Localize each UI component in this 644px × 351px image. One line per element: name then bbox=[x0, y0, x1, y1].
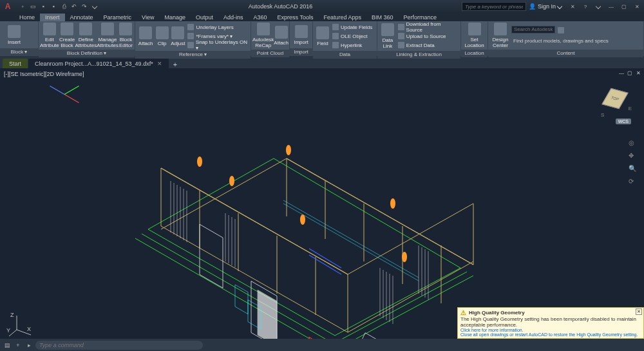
tab-a360[interactable]: A360 bbox=[249, 14, 272, 21]
qat-redo-icon[interactable]: ↷ bbox=[80, 2, 89, 11]
signin-button[interactable]: 👤 Sign In bbox=[526, 3, 564, 10]
field-icon bbox=[316, 26, 329, 39]
qat-more-icon[interactable] bbox=[90, 2, 99, 11]
field-button[interactable]: Field bbox=[314, 23, 331, 50]
seek-description: Find product models, drawings and specs bbox=[511, 36, 611, 46]
viewcube-face[interactable]: TOP bbox=[601, 88, 629, 109]
warning-panel: ✕ ⚠High Quality Geometry The High Qualit… bbox=[457, 307, 644, 339]
warning-link-restore[interactable]: Close all open drawings or restart AutoC… bbox=[460, 332, 641, 337]
edit-attribute-button[interactable]: Edit Attribute bbox=[40, 23, 59, 48]
attach-icon bbox=[139, 26, 152, 39]
panel-data-title: Data bbox=[313, 51, 377, 59]
qat-undo-icon[interactable]: ↶ bbox=[70, 2, 79, 11]
svg-line-17 bbox=[17, 330, 31, 335]
seek-go-button[interactable] bbox=[556, 26, 565, 35]
block-editor-button[interactable]: Block Editor bbox=[118, 23, 133, 48]
panel-blockdef-title[interactable]: Block Definition ▾ bbox=[39, 50, 135, 57]
clip-button[interactable]: Clip bbox=[155, 23, 169, 50]
vp-close-button[interactable]: ✕ bbox=[635, 70, 641, 76]
insert-button[interactable]: Insert bbox=[1, 23, 27, 47]
tab-parametric[interactable]: Parametric bbox=[99, 14, 137, 21]
tab-insert[interactable]: Insert bbox=[40, 14, 65, 21]
help-icon[interactable]: ? bbox=[581, 2, 590, 11]
exchange-icon[interactable]: ✕ bbox=[568, 2, 577, 11]
drawing-viewport[interactable]: [-][SE Isometric][2D Wireframe] — ▢ ✕ TO… bbox=[0, 68, 644, 339]
snap-underlays-button[interactable]: Snap to Underlays ON ▾ bbox=[186, 41, 249, 50]
tab-view[interactable]: View bbox=[137, 14, 159, 21]
upload-source-button[interactable]: Upload to Source bbox=[397, 32, 459, 41]
zoom-icon[interactable]: 🔍 bbox=[629, 165, 638, 174]
command-input[interactable] bbox=[35, 341, 203, 350]
maximize-button[interactable]: ▢ bbox=[620, 2, 629, 11]
compass-s[interactable]: S bbox=[601, 112, 604, 118]
warning-close-button[interactable]: ✕ bbox=[636, 308, 642, 315]
model-layout-icon[interactable]: ▤ bbox=[3, 341, 12, 350]
tab-featured[interactable]: Featured Apps bbox=[318, 14, 366, 21]
snap-icon bbox=[187, 42, 193, 48]
file-tab[interactable]: Cleanroom Project...A...91021_14_53_49.d… bbox=[28, 59, 169, 68]
vp-minimize-button[interactable]: — bbox=[618, 70, 625, 76]
ole-object-button[interactable]: OLE Object bbox=[331, 32, 374, 41]
wcs-badge[interactable]: WCS bbox=[616, 119, 631, 124]
design-center-button[interactable]: Design Center bbox=[489, 23, 511, 48]
help-dropdown-icon[interactable] bbox=[594, 2, 603, 11]
update-fields-button[interactable]: Update Fields bbox=[331, 23, 374, 32]
close-tab-icon[interactable]: ✕ bbox=[157, 61, 162, 67]
cmd-history-icon[interactable]: ▸ bbox=[24, 341, 33, 350]
adjust-button[interactable]: Adjust bbox=[169, 23, 186, 50]
layout-add-icon[interactable]: + bbox=[14, 341, 23, 350]
panel-block-title[interactable]: Block ▾ bbox=[0, 48, 38, 56]
datalink-button[interactable]: Data Link bbox=[379, 23, 397, 50]
edit-attr-icon bbox=[43, 23, 56, 35]
tab-manage[interactable]: Manage bbox=[159, 14, 191, 21]
update-icon bbox=[332, 24, 339, 30]
set-location-button[interactable]: Set Location bbox=[462, 23, 486, 48]
steering-wheel-icon[interactable]: ◎ bbox=[629, 139, 638, 148]
start-tab[interactable]: Start bbox=[3, 59, 28, 68]
panel-linking-title: Linking & Extraction bbox=[377, 51, 460, 59]
tab-annotate[interactable]: Annotate bbox=[65, 14, 99, 21]
close-button[interactable]: ✕ bbox=[632, 2, 641, 11]
add-tab-button[interactable]: + bbox=[169, 61, 181, 68]
svg-point-11 bbox=[286, 145, 291, 155]
hyperlink-button[interactable]: Hyperlink bbox=[331, 41, 374, 50]
import-button[interactable]: Import bbox=[291, 23, 311, 47]
tab-bim360[interactable]: BIM 360 bbox=[366, 14, 399, 21]
help-search-input[interactable] bbox=[462, 2, 526, 11]
warning-link-info[interactable]: Click here for more information. bbox=[460, 328, 641, 332]
viewport-label[interactable]: [-][SE Isometric][2D Wireframe] bbox=[4, 71, 84, 77]
tab-addins[interactable]: Add-ins bbox=[218, 14, 249, 21]
create-block-button[interactable]: Create Block bbox=[59, 23, 75, 48]
qat-saveas-icon[interactable]: ▪ bbox=[49, 2, 58, 11]
tab-performance[interactable]: Performance bbox=[398, 14, 442, 21]
underlay-layers-button[interactable]: Underlay Layers bbox=[186, 23, 249, 32]
pan-icon[interactable]: ✥ bbox=[629, 152, 638, 161]
attach-button[interactable]: Attach bbox=[137, 23, 155, 50]
tab-home[interactable]: Home bbox=[14, 14, 40, 21]
minimize-button[interactable]: — bbox=[607, 2, 616, 11]
panel-reference-title[interactable]: Reference ▾ bbox=[135, 51, 251, 59]
qat-print-icon[interactable]: ⎙ bbox=[59, 2, 68, 11]
seek-search-input[interactable] bbox=[511, 26, 555, 33]
download-source-button[interactable]: Download from Source bbox=[397, 23, 459, 32]
qat-save-icon[interactable]: ▪ bbox=[39, 2, 48, 11]
define-attr-button[interactable]: Define Attributes bbox=[75, 23, 97, 48]
warning-body: The High Quality Geometry setting has be… bbox=[460, 316, 641, 328]
vp-maximize-button[interactable]: ▢ bbox=[627, 70, 633, 76]
manage-attr-button[interactable]: Manage Attributes bbox=[97, 23, 118, 48]
clip-icon bbox=[156, 26, 169, 39]
recap-button[interactable]: Autodesk ReCap bbox=[252, 23, 274, 48]
extract-data-button[interactable]: Extract Data bbox=[397, 41, 459, 50]
qat-new-icon[interactable]: ▫ bbox=[18, 2, 27, 11]
orbit-icon[interactable]: ⟳ bbox=[629, 178, 638, 187]
app-logo[interactable]: A bbox=[2, 1, 14, 12]
svg-point-10 bbox=[197, 157, 202, 167]
compass-e[interactable]: E bbox=[629, 106, 632, 111]
viewcube[interactable]: TOP S E bbox=[602, 88, 628, 113]
insert-icon bbox=[8, 25, 21, 38]
qat-open-icon[interactable]: ▭ bbox=[28, 2, 37, 11]
attach2-button[interactable]: Attach bbox=[274, 23, 289, 48]
block-editor-icon bbox=[119, 23, 132, 35]
tab-output[interactable]: Output bbox=[191, 14, 218, 21]
tab-express[interactable]: Express Tools bbox=[272, 14, 319, 21]
